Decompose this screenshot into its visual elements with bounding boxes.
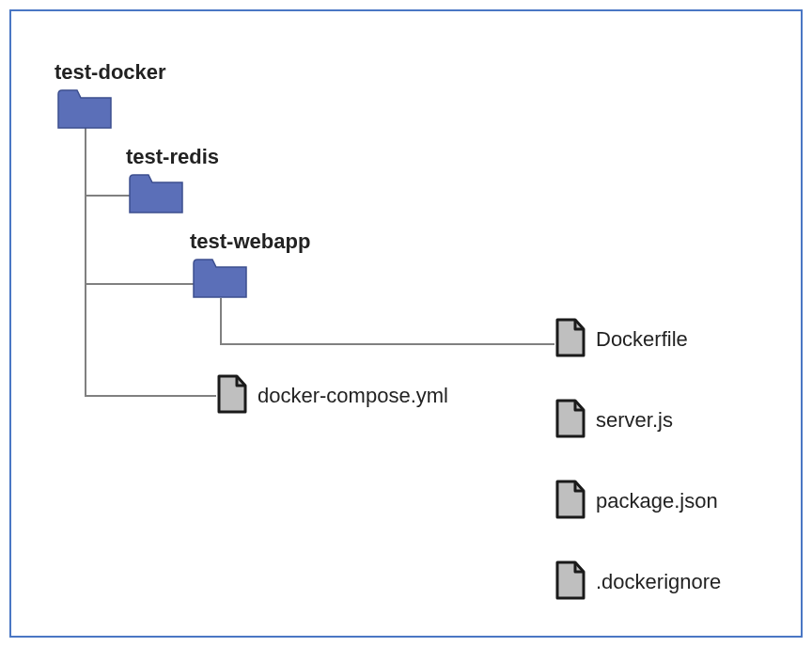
connector-vertical-root: [85, 128, 86, 396]
file-icon: [554, 399, 586, 438]
file-icon: [216, 374, 248, 414]
connector-h-redis: [85, 195, 132, 197]
connector-h-dockerfile: [220, 343, 554, 345]
folder-label-root: test-docker: [55, 60, 166, 85]
connector-h-compose: [85, 395, 216, 397]
connector-h-webapp: [85, 283, 194, 285]
file-label-dockerfile: Dockerfile: [596, 327, 688, 352]
file-icon: [554, 560, 586, 600]
folder-icon: [192, 256, 248, 299]
connector-v-webapp: [220, 298, 222, 345]
folder-icon: [56, 87, 113, 130]
file-icon: [554, 318, 586, 357]
file-label-packagejson: package.json: [596, 489, 718, 513]
file-label-compose: docker-compose.yml: [258, 384, 448, 408]
diagram-frame: test-docker test-redis test-webapp docke…: [9, 9, 803, 638]
folder-label-webapp: test-webapp: [190, 229, 310, 254]
file-icon: [554, 480, 586, 519]
folder-label-redis: test-redis: [126, 145, 219, 169]
file-label-dockerignore: .dockerignore: [596, 570, 721, 594]
folder-icon: [128, 171, 184, 214]
file-label-serverjs: server.js: [596, 408, 673, 433]
